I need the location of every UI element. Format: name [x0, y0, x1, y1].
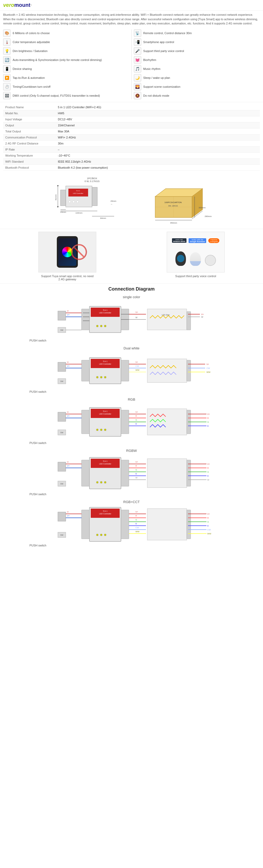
svg-point-94: [96, 376, 98, 378]
google-home-container: [190, 252, 201, 266]
feature-text: Sleep / wake up plan: [143, 76, 170, 79]
spec-label: IP Rate: [3, 146, 56, 152]
svg-text:V+: V+: [201, 313, 204, 315]
feature-item: 🔕 Do not disturb mode: [134, 92, 260, 99]
svg-text:R: R: [207, 517, 209, 519]
svg-text:W: W: [136, 476, 138, 479]
svg-text:R: R: [136, 465, 137, 467]
svg-text:V+: V+: [136, 511, 138, 513]
push-switch-label-rgbw: PUSH switch: [29, 493, 46, 496]
mini-speaker-container: [205, 255, 216, 266]
svg-text:280mm: 280mm: [205, 215, 212, 218]
svg-point-209: [100, 534, 102, 536]
feature-icon-temp: 🌡️: [3, 38, 10, 46]
push-switch-label-single: PUSH switch: [29, 339, 46, 342]
svg-text:CW: CW: [136, 526, 139, 529]
svg-rect-10: [60, 190, 66, 206]
feature-icon-tap: ▶️: [3, 74, 10, 82]
connection-section: Connection Diagram single color 5 in 1 L…: [0, 283, 263, 554]
dimensions-section: 1PC/BOX 0 W, 0.17KGS 5 in 1 LED Controll…: [0, 173, 263, 229]
svg-text:R: R: [207, 467, 209, 469]
spec-row: Bluetooth Protocol Bluetooth 4.2 (low po…: [3, 164, 260, 170]
features-section: 🎨 6 Millions of colors to choose 🌡️ Colo…: [0, 27, 263, 102]
svg-rect-180: [147, 508, 187, 540]
spec-row: Output 15A/Channel: [3, 122, 260, 128]
logo-mount: mount: [14, 2, 30, 8]
spec-value: HW5: [56, 110, 260, 116]
svg-rect-108: [147, 409, 187, 435]
feature-icon-sync: 🔄: [3, 56, 10, 64]
svg-text:V+: V+: [136, 411, 138, 413]
connection-title: Connection Diagram: [3, 286, 260, 292]
wiring-diagram-rgb: 5 in 1 LED Controller V- V+ V+ R G: [42, 404, 221, 440]
spec-row: Communication Protocol WiFi+ 2.4GHz: [3, 134, 260, 140]
smart-devices-row: [175, 251, 216, 266]
svg-text:81mm: 81mm: [55, 194, 57, 200]
feature-item: ▶️ Tap-to-Run & automation: [3, 74, 129, 82]
svg-text:G: G: [207, 521, 209, 523]
feature-text: Music rhythm: [143, 67, 160, 70]
svg-text:SW: SW: [60, 432, 63, 433]
svg-point-64: [96, 325, 98, 327]
svg-text:V+: V+: [67, 465, 70, 467]
tuya-smart-text: Fabrient: [211, 239, 217, 241]
tuya-image: 🚫: [38, 232, 96, 273]
svg-text:84mm: 84mm: [100, 217, 106, 219]
svg-text:5 in 1: 5 in 1: [103, 361, 107, 362]
svg-point-167: [100, 481, 102, 484]
mini-speaker-icon: [205, 255, 216, 266]
carton-dimension-svg: 100PCS/CARTON 0W, 18KGS 300mm 450mm 280m…: [139, 176, 213, 225]
spec-label: Communication Protocol: [3, 134, 56, 140]
assistant-badges-row: works with amazon alexa works with the G…: [172, 238, 220, 243]
tuya-caption: Support Tuya smart app control, no need …: [41, 275, 94, 281]
product-dimension-area: 1PC/BOX 0 W, 0.17KGS 5 in 1 LED Controll…: [50, 176, 134, 226]
feature-item: 🌡️ Color temperature adjustable: [3, 38, 129, 46]
svg-rect-136: [121, 460, 129, 486]
spec-value: -10~40°C: [56, 152, 260, 158]
svg-text:V+: V+: [207, 513, 210, 515]
svg-text:0 W, 0.17KGS: 0 W, 0.17KGS: [84, 180, 99, 183]
svg-text:LED Controller: LED Controller: [99, 463, 112, 465]
svg-point-8: [72, 201, 75, 203]
diagram-subtitle-rgb: RGB: [128, 398, 135, 401]
svg-text:5 in 1: 5 in 1: [103, 309, 107, 311]
svg-text:W: W: [136, 316, 138, 319]
svg-text:5 in 1: 5 in 1: [76, 190, 80, 191]
svg-text:V+: V+: [67, 365, 70, 367]
spec-value: Max 30A: [56, 128, 260, 134]
svg-text:G: G: [207, 421, 209, 423]
svg-text:WW: WW: [136, 369, 140, 371]
svg-text:26mm: 26mm: [111, 200, 117, 202]
feature-item: 🎵 Music rhythm: [134, 65, 260, 72]
feature-item: 📱 Device sharing: [3, 65, 129, 72]
wiring-diagram-rgbw: 5 in 1 LED Controller V- V+ V+ R G B: [42, 455, 221, 492]
spec-row: IP Rate –: [3, 146, 260, 152]
svg-rect-85: [187, 360, 191, 381]
svg-text:G: G: [136, 419, 137, 421]
google-home-icon: [190, 252, 201, 266]
feature-icon-colors: 🎨: [3, 29, 10, 37]
svg-point-129: [100, 429, 102, 431]
push-switch-label-rgb: PUSH switch: [29, 441, 46, 444]
wiring-diagram-single: 5 in 1 LED Controller V- V+: [42, 301, 221, 338]
svg-text:450mm: 450mm: [170, 222, 177, 224]
svg-text:B: B: [207, 525, 209, 527]
svg-text:1PC/BOX: 1PC/BOX: [87, 177, 97, 180]
svg-point-9: [77, 201, 79, 203]
feature-icon-remote: 📡: [134, 29, 141, 37]
svg-point-166: [96, 481, 98, 484]
svg-rect-72: [121, 360, 129, 381]
features-left: 🎨 6 Millions of colors to choose 🌡️ Colo…: [3, 29, 129, 99]
svg-point-128: [96, 429, 98, 431]
spec-row: Product Name 5 in 1 LED Controller (WiFi…: [3, 104, 260, 110]
tuya-badge: Fabrient Livespark: [208, 238, 220, 243]
svg-rect-50: [147, 309, 187, 330]
svg-rect-135: [82, 460, 89, 486]
spec-value: DC12~48V: [56, 116, 260, 122]
spec-row: Input Voltage DC12~48V: [3, 116, 260, 122]
feature-item: 🔄 Auto-transmitting & Synchronization (o…: [3, 56, 129, 64]
page-wrapper: vero mount ® Bluetooth + 2.4G wireless t…: [0, 0, 263, 554]
google-assistant-text: Google Assistant: [190, 241, 205, 243]
google-home-base: [190, 261, 201, 266]
svg-text:V-: V-: [67, 310, 69, 312]
